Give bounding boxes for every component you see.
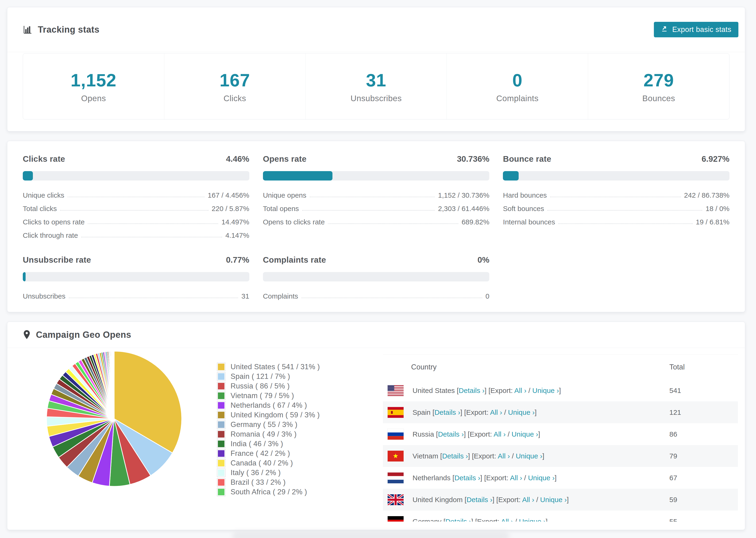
dotted-leader xyxy=(88,224,218,224)
metric-row: Clicks to opens rate14.497% xyxy=(23,215,249,229)
total-cell: 55 xyxy=(669,517,738,522)
unsubscribe-rate-title: Unsubscribe rate xyxy=(23,255,91,265)
export-unique-link-russia[interactable]: Unique › xyxy=(512,430,538,438)
geo-header: Campaign Geo Opens xyxy=(7,322,745,348)
metric-row: Hard bounces242 / 86.738% xyxy=(503,188,729,202)
details-link-united-states[interactable]: Details › xyxy=(459,387,485,394)
text: ] [Export: xyxy=(480,474,510,482)
text: ] [Export: xyxy=(468,452,498,460)
geo-table-row-russia: Russia [Details ›] [Export: All › / Uniq… xyxy=(383,423,738,445)
text: United Kingdom [ xyxy=(412,496,466,504)
opens-rate-head: Opens rate30.736% xyxy=(263,154,490,164)
legend-color-marker xyxy=(217,430,225,439)
dotted-leader xyxy=(310,197,435,197)
text: / xyxy=(513,517,519,522)
metric-label: Unique clicks xyxy=(23,191,64,199)
stat-label: Unsubscribes xyxy=(351,94,402,103)
opens-rate-block: Opens rate30.736%Unique opens1,152 / 30.… xyxy=(263,154,490,242)
metric-label: Soft bounces xyxy=(503,205,544,213)
legend-item-united-states: United States ( 541 / 31% ) xyxy=(217,362,320,372)
dotted-leader xyxy=(81,237,222,237)
scroll-shadow xyxy=(233,531,510,538)
export-all-link-united-kingdom[interactable]: All › xyxy=(522,496,534,504)
export-all-link-united-states[interactable]: All › xyxy=(514,387,527,394)
total-cell: 121 xyxy=(669,408,738,416)
export-unique-link-germany[interactable]: Unique › xyxy=(519,517,546,522)
legend-label: Russia ( 86 / 5% ) xyxy=(231,382,290,390)
text: Netherlands [ xyxy=(412,474,454,482)
unsubscribe-rate-rows: Unsubscribes31 xyxy=(23,290,249,303)
details-link-spain[interactable]: Details › xyxy=(434,408,460,416)
stat-box-unsubscribes: 31Unsubscribes xyxy=(305,54,447,119)
metric-label: Click through rate xyxy=(23,232,78,240)
legend-label: United States ( 541 / 31% ) xyxy=(231,363,320,371)
legend-label: India ( 46 / 3% ) xyxy=(231,440,283,448)
stat-value: 31 xyxy=(366,70,387,90)
opens-rate-title: Opens rate xyxy=(263,154,307,164)
unsubscribe-rate-block: Unsubscribe rate0.77%Unsubscribes31 xyxy=(23,255,249,303)
export-unique-link-united-kingdom[interactable]: Unique › xyxy=(540,496,567,504)
country-cell: Vietnam [Details ›] [Export: All › / Uni… xyxy=(383,451,669,461)
export-all-link-netherlands[interactable]: All › xyxy=(510,474,522,482)
dotted-leader xyxy=(558,224,692,224)
metric-row: Complaints0 xyxy=(263,290,490,303)
text: ] xyxy=(546,517,548,522)
section-title: Campaign Geo Opens xyxy=(36,330,131,340)
bounce-rate-block: Bounce rate6.927%Hard bounces242 / 86.73… xyxy=(503,154,729,242)
legend-label: Germany ( 55 / 3% ) xyxy=(231,420,297,429)
text: ] xyxy=(567,496,568,504)
export-all-link-spain[interactable]: All › xyxy=(490,408,502,416)
details-link-vietnam[interactable]: Details › xyxy=(442,452,468,460)
metric-label: Hard bounces xyxy=(503,191,547,199)
dotted-leader xyxy=(68,197,204,197)
details-link-united-kingdom[interactable]: Details › xyxy=(466,496,492,504)
export-unique-link-netherlands[interactable]: Unique › xyxy=(528,474,555,482)
stat-value: 279 xyxy=(644,70,674,90)
export-all-link-russia[interactable]: All › xyxy=(494,430,506,438)
export-all-link-germany[interactable]: All › xyxy=(501,517,513,522)
country-links: Netherlands [Details ›] [Export: All › /… xyxy=(412,474,557,482)
legend-item-india: India ( 46 / 3% ) xyxy=(217,439,320,449)
metric-label: Total opens xyxy=(263,205,299,213)
geo-table-row-vietnam: Vietnam [Details ›] [Export: All › / Uni… xyxy=(383,445,738,467)
details-link-germany[interactable]: Details › xyxy=(445,517,471,522)
legend-label: South Africa ( 29 / 2% ) xyxy=(231,488,307,496)
export-unique-link-spain[interactable]: Unique › xyxy=(508,408,535,416)
unsubscribe-rate-progress-track xyxy=(23,272,249,282)
country-links: Russia [Details ›] [Export: All › / Uniq… xyxy=(412,430,540,438)
country-links: United States [Details ›] [Export: All ›… xyxy=(412,387,561,395)
legend-color-marker xyxy=(217,459,225,467)
complaints-rate-value: 0% xyxy=(477,255,490,265)
metric-label: Complaints xyxy=(263,292,298,300)
metric-value: 2,303 / 61.446% xyxy=(438,205,490,213)
geo-table-row-spain: Spain [Details ›] [Export: All › / Uniqu… xyxy=(383,402,738,423)
legend-label: France ( 42 / 2% ) xyxy=(231,449,290,458)
metric-value: 19 / 6.81% xyxy=(696,218,729,226)
export-unique-link-united-states[interactable]: Unique › xyxy=(532,387,559,394)
bounce-rate-value: 6.927% xyxy=(702,154,729,164)
metric-row: Internal bounces19 / 6.81% xyxy=(503,215,729,229)
legend-item-romania: Romania ( 49 / 3% ) xyxy=(217,429,320,439)
campaign-geo-opens-card: Campaign Geo Opens United States ( 541 /… xyxy=(7,322,745,530)
metric-row: Opens to clicks rate689.82% xyxy=(263,215,490,229)
export-all-link-vietnam[interactable]: All › xyxy=(498,452,510,460)
legend-color-marker xyxy=(217,363,225,371)
export-basic-stats-button[interactable]: Export basic stats xyxy=(654,22,738,37)
unsubscribe-rate-head: Unsubscribe rate0.77% xyxy=(23,255,249,265)
column-header-country: Country xyxy=(383,363,669,371)
text: ] [Export: xyxy=(464,430,494,438)
legend-item-spain: Spain ( 121 / 7% ) xyxy=(217,372,320,381)
metric-label: Opens to clicks rate xyxy=(263,218,325,226)
opens-rate-progress-track xyxy=(263,171,490,181)
stat-label: Complaints xyxy=(496,94,539,103)
map-pin-icon xyxy=(23,330,31,340)
bounce-rate-title: Bounce rate xyxy=(503,154,551,164)
geo-table-row-united-states: United States [Details ›] [Export: All ›… xyxy=(383,380,738,402)
geo-title-wrap: Campaign Geo Opens xyxy=(23,330,131,340)
details-link-netherlands[interactable]: Details › xyxy=(454,474,480,482)
stat-value: 1,152 xyxy=(71,70,117,90)
export-unique-link-vietnam[interactable]: Unique › xyxy=(516,452,542,460)
tracking-stats-title: Tracking stats xyxy=(23,25,99,35)
details-link-russia[interactable]: Details › xyxy=(438,430,464,438)
page-title: Tracking stats xyxy=(38,25,99,35)
